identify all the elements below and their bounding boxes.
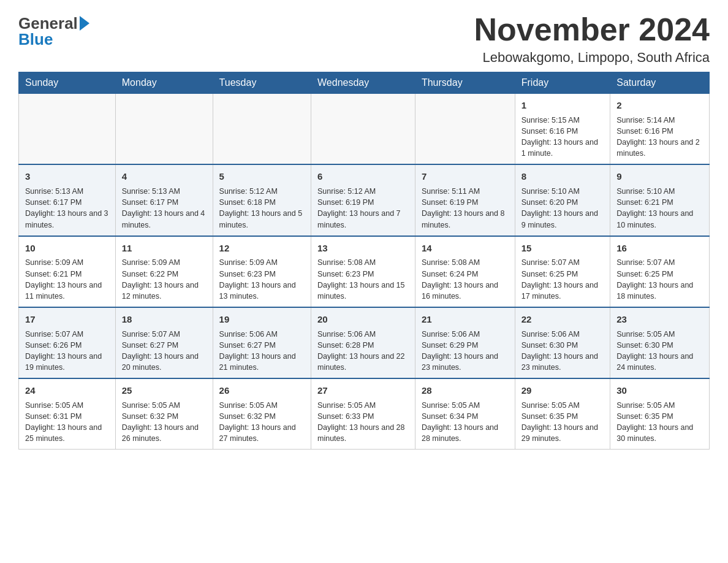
- day-number: 2: [616, 99, 703, 112]
- calendar-day-cell: 13Sunrise: 5:08 AMSunset: 6:23 PMDayligh…: [311, 236, 415, 307]
- calendar-day-cell: 1Sunrise: 5:15 AMSunset: 6:16 PMDaylight…: [515, 94, 610, 165]
- day-number: 24: [25, 384, 109, 397]
- day-info: Sunrise: 5:06 AMSunset: 6:29 PMDaylight:…: [422, 329, 509, 373]
- day-info: Sunrise: 5:06 AMSunset: 6:27 PMDaylight:…: [219, 329, 305, 373]
- day-info: Sunrise: 5:05 AMSunset: 6:33 PMDaylight:…: [317, 400, 409, 445]
- day-number: 5: [219, 170, 305, 183]
- calendar-day-cell: 23Sunrise: 5:05 AMSunset: 6:30 PMDayligh…: [610, 307, 710, 378]
- day-of-week-header: Wednesday: [311, 72, 415, 94]
- day-number: 10: [25, 242, 109, 255]
- calendar-day-cell: 24Sunrise: 5:05 AMSunset: 6:31 PMDayligh…: [19, 378, 116, 450]
- day-info: Sunrise: 5:07 AMSunset: 6:27 PMDaylight:…: [122, 329, 207, 373]
- day-info: Sunrise: 5:15 AMSunset: 6:16 PMDaylight:…: [521, 115, 604, 159]
- calendar-day-cell: 8Sunrise: 5:10 AMSunset: 6:20 PMDaylight…: [515, 164, 610, 236]
- calendar-body: 1Sunrise: 5:15 AMSunset: 6:16 PMDaylight…: [19, 94, 710, 450]
- day-info: Sunrise: 5:05 AMSunset: 6:35 PMDaylight:…: [521, 400, 604, 445]
- day-of-week-header: Monday: [115, 72, 213, 94]
- calendar-day-cell: 26Sunrise: 5:05 AMSunset: 6:32 PMDayligh…: [213, 378, 311, 450]
- calendar-week-row: 1Sunrise: 5:15 AMSunset: 6:16 PMDaylight…: [19, 94, 710, 165]
- day-headers-row: SundayMondayTuesdayWednesdayThursdayFrid…: [19, 72, 710, 94]
- calendar-day-cell: 15Sunrise: 5:07 AMSunset: 6:25 PMDayligh…: [515, 236, 610, 307]
- calendar-day-cell: 11Sunrise: 5:09 AMSunset: 6:22 PMDayligh…: [115, 236, 213, 307]
- day-info: Sunrise: 5:05 AMSunset: 6:35 PMDaylight:…: [616, 400, 703, 445]
- day-number: 27: [317, 384, 409, 397]
- calendar-day-cell: [311, 94, 415, 165]
- day-info: Sunrise: 5:07 AMSunset: 6:25 PMDaylight:…: [616, 257, 703, 302]
- calendar-day-cell: 4Sunrise: 5:13 AMSunset: 6:17 PMDaylight…: [115, 164, 213, 236]
- day-info: Sunrise: 5:06 AMSunset: 6:28 PMDaylight:…: [317, 329, 409, 373]
- day-number: 13: [317, 242, 409, 255]
- day-number: 6: [317, 170, 409, 183]
- day-info: Sunrise: 5:06 AMSunset: 6:30 PMDaylight:…: [521, 329, 604, 373]
- day-info: Sunrise: 5:05 AMSunset: 6:32 PMDaylight:…: [219, 400, 305, 445]
- calendar-day-cell: 28Sunrise: 5:05 AMSunset: 6:34 PMDayligh…: [415, 378, 515, 450]
- day-info: Sunrise: 5:08 AMSunset: 6:24 PMDaylight:…: [422, 257, 509, 302]
- calendar-day-cell: [19, 94, 116, 165]
- calendar-table: SundayMondayTuesdayWednesdayThursdayFrid…: [18, 72, 710, 450]
- day-info: Sunrise: 5:05 AMSunset: 6:34 PMDaylight:…: [422, 400, 509, 445]
- calendar-day-cell: 19Sunrise: 5:06 AMSunset: 6:27 PMDayligh…: [213, 307, 311, 378]
- logo-general-text: General: [18, 15, 78, 31]
- day-number: 19: [219, 313, 305, 326]
- calendar-day-cell: 16Sunrise: 5:07 AMSunset: 6:25 PMDayligh…: [610, 236, 710, 307]
- day-info: Sunrise: 5:11 AMSunset: 6:19 PMDaylight:…: [422, 186, 509, 231]
- day-info: Sunrise: 5:05 AMSunset: 6:31 PMDaylight:…: [25, 400, 109, 445]
- calendar-day-cell: 29Sunrise: 5:05 AMSunset: 6:35 PMDayligh…: [515, 378, 610, 450]
- day-info: Sunrise: 5:09 AMSunset: 6:23 PMDaylight:…: [219, 257, 305, 302]
- calendar-day-cell: 20Sunrise: 5:06 AMSunset: 6:28 PMDayligh…: [311, 307, 415, 378]
- calendar-day-cell: [213, 94, 311, 165]
- calendar-day-cell: 6Sunrise: 5:12 AMSunset: 6:19 PMDaylight…: [311, 164, 415, 236]
- day-number: 28: [422, 384, 509, 397]
- day-info: Sunrise: 5:12 AMSunset: 6:19 PMDaylight:…: [317, 186, 409, 231]
- day-number: 25: [122, 384, 207, 397]
- day-info: Sunrise: 5:08 AMSunset: 6:23 PMDaylight:…: [317, 257, 409, 302]
- day-number: 9: [616, 170, 703, 183]
- day-info: Sunrise: 5:09 AMSunset: 6:22 PMDaylight:…: [122, 257, 207, 302]
- day-number: 4: [122, 170, 207, 183]
- day-info: Sunrise: 5:13 AMSunset: 6:17 PMDaylight:…: [25, 186, 109, 231]
- day-number: 30: [616, 384, 703, 397]
- calendar-week-row: 17Sunrise: 5:07 AMSunset: 6:26 PMDayligh…: [19, 307, 710, 378]
- day-info: Sunrise: 5:10 AMSunset: 6:21 PMDaylight:…: [616, 186, 703, 231]
- calendar-day-cell: 9Sunrise: 5:10 AMSunset: 6:21 PMDaylight…: [610, 164, 710, 236]
- day-info: Sunrise: 5:07 AMSunset: 6:25 PMDaylight:…: [521, 257, 604, 302]
- calendar-day-cell: 22Sunrise: 5:06 AMSunset: 6:30 PMDayligh…: [515, 307, 610, 378]
- calendar-day-cell: [115, 94, 213, 165]
- day-number: 21: [422, 313, 509, 326]
- day-of-week-header: Saturday: [610, 72, 710, 94]
- logo: General Blue: [18, 12, 89, 47]
- calendar-title: November 2024: [474, 12, 710, 47]
- day-info: Sunrise: 5:09 AMSunset: 6:21 PMDaylight:…: [25, 257, 109, 302]
- calendar-day-cell: 7Sunrise: 5:11 AMSunset: 6:19 PMDaylight…: [415, 164, 515, 236]
- day-number: 18: [122, 313, 207, 326]
- calendar-day-cell: 5Sunrise: 5:12 AMSunset: 6:18 PMDaylight…: [213, 164, 311, 236]
- day-number: 15: [521, 242, 604, 255]
- day-number: 12: [219, 242, 305, 255]
- calendar-day-cell: 10Sunrise: 5:09 AMSunset: 6:21 PMDayligh…: [19, 236, 116, 307]
- calendar-subtitle: Lebowakgomo, Limpopo, South Africa: [474, 50, 710, 66]
- day-info: Sunrise: 5:10 AMSunset: 6:20 PMDaylight:…: [521, 186, 604, 231]
- day-number: 1: [521, 99, 604, 112]
- day-number: 11: [122, 242, 207, 255]
- day-number: 8: [521, 170, 604, 183]
- title-area: November 2024 Lebowakgomo, Limpopo, Sout…: [474, 12, 710, 66]
- day-of-week-header: Friday: [515, 72, 610, 94]
- day-number: 20: [317, 313, 409, 326]
- calendar-week-row: 10Sunrise: 5:09 AMSunset: 6:21 PMDayligh…: [19, 236, 710, 307]
- day-info: Sunrise: 5:13 AMSunset: 6:17 PMDaylight:…: [122, 186, 207, 231]
- day-info: Sunrise: 5:14 AMSunset: 6:16 PMDaylight:…: [616, 115, 703, 159]
- day-number: 14: [422, 242, 509, 255]
- calendar-day-cell: 14Sunrise: 5:08 AMSunset: 6:24 PMDayligh…: [415, 236, 515, 307]
- calendar-day-cell: [415, 94, 515, 165]
- day-number: 22: [521, 313, 604, 326]
- day-number: 3: [25, 170, 109, 183]
- calendar-day-cell: 12Sunrise: 5:09 AMSunset: 6:23 PMDayligh…: [213, 236, 311, 307]
- day-of-week-header: Thursday: [415, 72, 515, 94]
- day-info: Sunrise: 5:05 AMSunset: 6:32 PMDaylight:…: [122, 400, 207, 445]
- day-info: Sunrise: 5:07 AMSunset: 6:26 PMDaylight:…: [25, 329, 109, 373]
- logo-arrow-icon: [80, 16, 89, 31]
- calendar-day-cell: 2Sunrise: 5:14 AMSunset: 6:16 PMDaylight…: [610, 94, 710, 165]
- calendar-day-cell: 27Sunrise: 5:05 AMSunset: 6:33 PMDayligh…: [311, 378, 415, 450]
- calendar-day-cell: 3Sunrise: 5:13 AMSunset: 6:17 PMDaylight…: [19, 164, 116, 236]
- day-info: Sunrise: 5:12 AMSunset: 6:18 PMDaylight:…: [219, 186, 305, 231]
